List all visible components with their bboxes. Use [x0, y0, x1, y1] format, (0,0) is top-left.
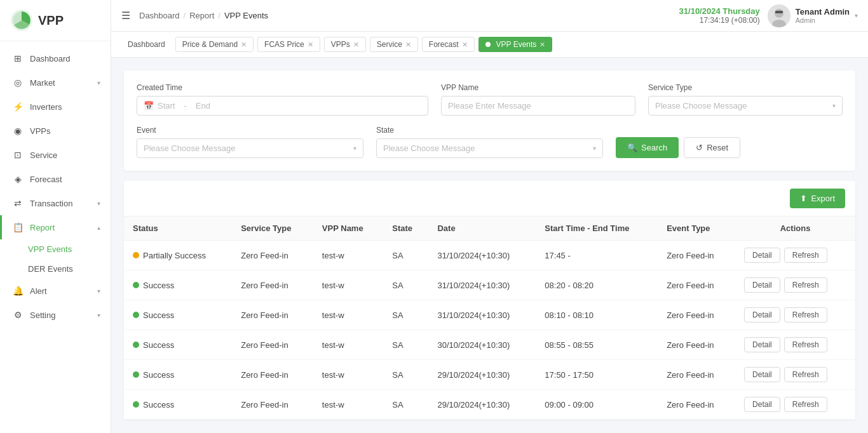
cell-event-type: Zero Feed-in [658, 360, 735, 390]
table-row: Success Zero Feed-in test-w SA 29/10/202… [124, 390, 855, 420]
refresh-button[interactable]: Refresh [784, 248, 827, 263]
sidebar-item-label: Setting [30, 310, 55, 320]
sidebar-item-transaction[interactable]: ⇄ Transaction ▾ [0, 191, 111, 215]
cell-service-type: Zero Feed-in [232, 241, 313, 270]
cell-time-range: 08:10 - 08:10 [536, 300, 658, 330]
refresh-button[interactable]: Refresh [784, 367, 827, 382]
close-icon[interactable]: ✕ [462, 41, 468, 49]
user-profile[interactable]: Tenant Admin Admin ▾ [768, 4, 858, 27]
cell-time-range: 17:45 - [536, 241, 658, 270]
tab-dashboard[interactable]: Dashboard [121, 37, 172, 51]
cell-status: Success [124, 360, 232, 390]
filter-row-2: Event Please Choose Message ▾ State Plea… [137, 126, 843, 158]
status-cell: Success [133, 400, 223, 410]
close-icon[interactable]: ✕ [539, 41, 545, 49]
cell-vpp-name: test-w [313, 241, 383, 270]
subnav-label: VPP Events [28, 244, 72, 254]
calendar-icon: 📅 [144, 101, 154, 110]
logo-icon [10, 9, 33, 32]
close-icon[interactable]: ✕ [241, 41, 247, 49]
tab-price-demand[interactable]: Price & Demand ✕ [175, 37, 254, 52]
cell-state: SA [383, 270, 428, 300]
detail-button[interactable]: Detail [744, 397, 780, 412]
table-row: Success Zero Feed-in test-w SA 31/10/202… [124, 270, 855, 300]
status-dot [133, 401, 139, 408]
vpp-name-input[interactable] [441, 96, 635, 116]
close-icon[interactable]: ✕ [353, 41, 359, 49]
refresh-button[interactable]: Refresh [784, 307, 827, 323]
cell-event-type: Zero Feed-in [658, 241, 735, 270]
search-button[interactable]: 🔍 Search [616, 137, 679, 158]
sidebar-item-report[interactable]: 📋 Report ▴ [0, 215, 111, 239]
vpps-icon: ◉ [12, 125, 24, 137]
export-button[interactable]: ⬆ Export [790, 189, 845, 208]
event-placeholder: Please Choose Message [144, 143, 236, 153]
date-range-input[interactable]: 📅 Start - End [137, 96, 428, 116]
sidebar-item-inverters[interactable]: ⚡ Inverters [0, 95, 111, 119]
created-time-filter: Created Time 📅 Start - End [137, 83, 428, 116]
col-state: State [383, 216, 428, 241]
sidebar-item-service[interactable]: ⊡ Service [0, 143, 111, 167]
cell-status: Success [124, 330, 232, 360]
col-actions: Actions [735, 216, 855, 241]
sidebar-navigation: ⊞ Dashboard ◎ Market ▾ ⚡ Inverters ◉ VPP… [0, 41, 111, 433]
created-time-label: Created Time [137, 83, 428, 92]
chevron-down-icon: ▾ [855, 12, 858, 19]
user-name: Tenant Admin [796, 7, 850, 17]
market-icon: ◎ [12, 77, 24, 88]
cell-time-range: 08:55 - 08:55 [536, 330, 658, 360]
chevron-down-icon: ▾ [593, 145, 596, 152]
event-select[interactable]: Please Choose Message ▾ [137, 138, 363, 158]
state-select[interactable]: Please Choose Message ▾ [376, 138, 603, 158]
menu-icon[interactable]: ☰ [121, 10, 130, 22]
sidebar-item-der-events[interactable]: DER Events [0, 259, 111, 279]
sidebar-item-vpp-events[interactable]: VPP Events [0, 239, 111, 259]
tab-forecast[interactable]: Forecast ✕ [422, 37, 475, 52]
sidebar-item-label: Service [30, 150, 57, 160]
status-text: Success [143, 400, 174, 410]
cell-vpp-name: test-w [313, 300, 383, 330]
breadcrumb-dashboard[interactable]: Dashboard [139, 11, 180, 20]
detail-button[interactable]: Detail [744, 248, 780, 263]
filter-panel: Created Time 📅 Start - End VPP Name Serv… [124, 70, 855, 171]
sidebar-item-setting[interactable]: ⚙ Setting ▾ [0, 303, 111, 327]
cell-service-type: Zero Feed-in [232, 330, 313, 360]
tab-fcas-price[interactable]: FCAS Price ✕ [257, 37, 320, 52]
tabs-bar: Dashboard Price & Demand ✕ FCAS Price ✕ … [111, 32, 868, 58]
close-icon[interactable]: ✕ [405, 41, 411, 49]
sidebar-item-label: Report [30, 223, 55, 232]
sidebar-item-forecast[interactable]: ◈ Forecast [0, 167, 111, 191]
reset-button[interactable]: ↺ Reset [684, 137, 740, 158]
tab-vpps[interactable]: VPPs ✕ [324, 37, 366, 52]
detail-button[interactable]: Detail [744, 337, 780, 352]
actions-cell: Detail Refresh [744, 337, 846, 352]
cell-vpp-name: test-w [313, 360, 383, 390]
close-icon[interactable]: ✕ [308, 41, 313, 49]
detail-button[interactable]: Detail [744, 307, 780, 323]
status-cell: Success [133, 370, 223, 380]
actions-cell: Detail Refresh [744, 248, 846, 263]
avatar-image [768, 4, 790, 27]
status-text: Partially Success [143, 251, 206, 260]
refresh-button[interactable]: Refresh [784, 337, 827, 352]
cell-actions: Detail Refresh [735, 300, 855, 330]
breadcrumb-report[interactable]: Report [189, 11, 214, 20]
sidebar-item-alert[interactable]: 🔔 Alert ▾ [0, 279, 111, 303]
tab-label: VPP Events [496, 40, 537, 49]
sidebar-item-vpps[interactable]: ◉ VPPs [0, 119, 111, 143]
sidebar-item-dashboard[interactable]: ⊞ Dashboard [0, 46, 111, 70]
status-dot [133, 371, 139, 378]
tab-vpp-events[interactable]: VPP Events ✕ [478, 37, 553, 52]
detail-button[interactable]: Detail [744, 367, 780, 382]
detail-button[interactable]: Detail [744, 277, 780, 293]
cell-date: 31/10/2024(+10:30) [428, 300, 536, 330]
breadcrumb-current: VPP Events [224, 11, 268, 20]
tab-service[interactable]: Service ✕ [370, 37, 418, 52]
refresh-button[interactable]: Refresh [784, 277, 827, 293]
status-text: Success [143, 281, 174, 290]
refresh-button[interactable]: Refresh [784, 397, 827, 412]
sidebar-item-market[interactable]: ◎ Market ▾ [0, 70, 111, 95]
service-type-select[interactable]: Please Choose Message ▾ [648, 96, 843, 116]
alert-icon: 🔔 [12, 285, 24, 296]
status-text: Success [143, 310, 174, 320]
